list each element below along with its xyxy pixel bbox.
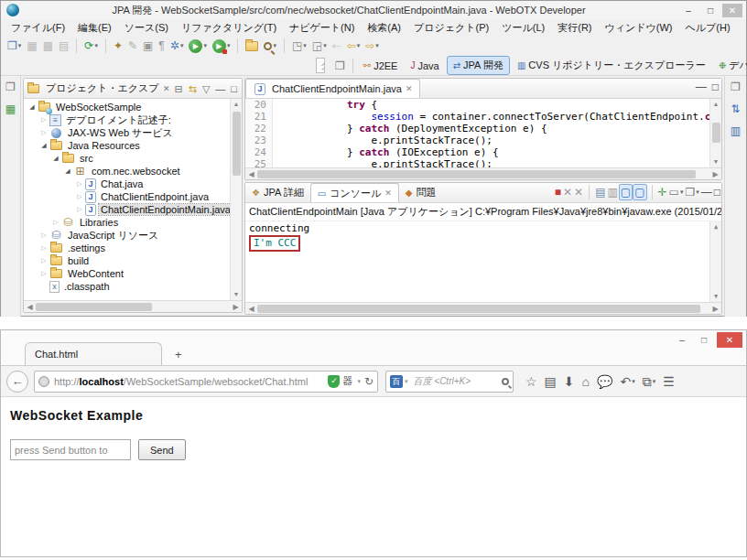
tree-expand-icon[interactable]: ◢ [63,167,72,175]
maximize-icon[interactable]: □ [700,4,720,17]
explorer-vscrollbar[interactable]: ▲ ▼ [230,99,242,300]
update-icon[interactable]: ⟳▾ [82,38,100,54]
tree-item[interactable]: ▷≡デプロイメント記述子: [24,113,242,126]
back-icon[interactable]: ← [6,371,28,393]
search-magnifier-icon[interactable] [502,378,509,385]
tree-expand-icon[interactable]: ◢ [51,155,60,162]
console-hscrollbar[interactable]: ◀ ▶ [245,302,721,314]
jpa-details-view-icon[interactable]: ▥ [731,123,741,139]
tree-expand-icon[interactable]: ◢ [27,103,37,111]
forward-icon[interactable]: ⇨▾ [363,38,381,54]
tree-item[interactable]: x.classpath [24,280,242,293]
run-external-icon[interactable]: ▶▾ [211,38,233,54]
shield-icon[interactable]: ✓ [328,375,340,388]
perspective-jpa-perspective[interactable]: ⇄JPA 開発 [447,56,510,75]
save-all-icon[interactable]: ▩ [41,38,55,54]
torch-icon[interactable]: ✦ [112,38,124,54]
last-edit-location-icon[interactable]: ⇠ [330,38,343,54]
reload-icon[interactable]: ↻ [364,375,374,388]
menu-item[interactable]: ファイル(F) [5,20,71,36]
message-input[interactable] [10,439,131,460]
maximize-view-icon[interactable]: □ [713,184,721,200]
tree-item[interactable]: ▷JChat.java [24,178,242,190]
tree-expand-icon[interactable]: ▷ [39,116,49,124]
tree-item[interactable]: ▷WebContent [24,267,242,280]
show-block-icon[interactable]: ▣ [141,38,155,54]
minimize-view-icon[interactable]: — [694,79,709,95]
maximize-view-icon[interactable]: □ [229,81,239,97]
menu-item[interactable]: プロジェクト(P) [407,20,495,36]
explorer-hscrollbar[interactable]: ◀ ▶ [24,300,242,312]
skip-breakpoints-icon[interactable]: ✲▾ [168,38,186,54]
send-button[interactable]: Send [138,439,186,460]
open-resource-icon[interactable] [244,38,260,54]
minimize-icon[interactable]: – [678,4,698,17]
tree-expand-icon[interactable]: ▷ [51,219,60,226]
menu-icon[interactable]: ☰ [661,373,677,390]
scroll-lock-icon[interactable]: ▥ [607,184,619,200]
menu-item[interactable]: ツール(L) [495,20,551,36]
perspective-j2ee-perspective[interactable]: ⚯J2EE [358,59,404,73]
open-perspective-icon[interactable]: ❐ [333,58,347,74]
print-icon[interactable]: ▤ [57,38,70,54]
display-selected-console-icon[interactable]: ▭▾ [668,184,685,200]
minimize-view-icon[interactable]: — [213,81,227,97]
close-icon[interactable]: ✕ [722,4,742,17]
tree-expand-icon[interactable]: ▷ [39,232,49,239]
console-panel-tab[interactable]: ❖JPA 詳細 [245,183,310,202]
run-icon-dropdown[interactable]: ▾ [203,42,207,49]
bookmark-star-icon[interactable]: ☆ [524,373,539,390]
open-console-icon[interactable]: ❒▾ [684,184,699,200]
tree-item[interactable]: ◢⊞com.nec.websocket [24,165,242,178]
remove-all-launches-icon[interactable]: ✕ [573,184,584,200]
terminate-icon[interactable]: ■ [554,184,562,200]
perspective-cvs-perspective[interactable]: ▥CVS リポジトリー・エクスプローラー [512,57,711,74]
url-bar[interactable]: http://localhost/WebSocketSample/websock… [34,371,378,393]
previous-annotation-icon[interactable]: ◲▾ [310,38,329,54]
perspective-java-perspective[interactable]: JJava [405,59,444,73]
back-icon-dropdown[interactable]: ▾ [357,42,361,49]
close-icon[interactable]: ✕ [717,332,742,348]
update-icon-dropdown[interactable]: ▾ [94,42,98,49]
collapse-all-icon[interactable]: ⊟ [172,81,184,97]
console-output[interactable]: ▲ ▼ connectingI'm CCC [245,221,721,302]
forward-icon-dropdown[interactable]: ▾ [375,42,379,49]
menu-item[interactable]: ソース(S) [118,20,175,36]
tree-item[interactable]: ▷JChatClientEndpoint.java [24,190,242,203]
search-bar[interactable]: 百 ▾ 百度 <Ctrl+K> [385,371,514,393]
restore-pane-icon[interactable]: ❐ [731,79,741,95]
menu-item[interactable]: 検索(A) [361,20,407,36]
menu-item[interactable]: 実行(R) [551,20,598,36]
minimized-view-icon[interactable]: ▦ [5,101,16,117]
show-on-stdout-icon[interactable]: ▢ [619,184,633,200]
new-tab-icon[interactable]: + [175,348,182,361]
browser-tab[interactable]: Chat.html [25,342,162,365]
run-icon[interactable]: ▶▾ [187,38,209,54]
clear-console-icon[interactable]: ▤ [594,184,606,200]
engine-dropdown-icon[interactable]: ▾ [405,378,408,385]
search-icon-dropdown[interactable]: ▾ [273,42,276,49]
menu-item[interactable]: 編集(E) [71,20,118,36]
editor-hscrollbar[interactable]: ◀ ▶ [245,167,721,179]
tree-item[interactable]: ▷build [24,254,242,267]
restore-pane-icon[interactable]: ❐ [5,79,16,95]
console-panel-tab[interactable]: ◆問題 [399,183,443,202]
previous-annotation-icon-dropdown[interactable]: ▾ [323,42,327,49]
tree-item[interactable]: ▷⛁Libraries [24,216,242,229]
jpa-structure-view-icon[interactable]: ⇅ [731,101,740,117]
save-icon[interactable]: ▦ [25,38,38,54]
perspective-debug-perspective[interactable]: ❉デバッグ [713,57,747,74]
tree-expand-icon[interactable]: ▷ [39,129,49,136]
tree-expand-icon[interactable]: ▷ [75,193,84,200]
show-whitespace-icon[interactable]: ¶ [157,38,166,54]
screenshot-icon[interactable]: ⧉▾ [641,373,658,390]
bookmarks-menu-icon[interactable]: ▤ [543,373,558,390]
remove-launch-icon[interactable]: ✕ [562,184,573,200]
run-external-icon-dropdown[interactable]: ▾ [227,42,231,49]
editor-vscrollbar[interactable]: ▲ ▼ [709,99,721,167]
display-selected-console-icon-dropdown[interactable]: ▾ [680,188,684,196]
mark-occurrences-icon[interactable]: ✎ [126,38,139,54]
new-wizard-icon[interactable]: ❐▾ [5,38,23,54]
tree-item[interactable]: ▷JAX-WS Web サービス [24,126,242,139]
tree-expand-icon[interactable]: ▷ [75,180,84,188]
